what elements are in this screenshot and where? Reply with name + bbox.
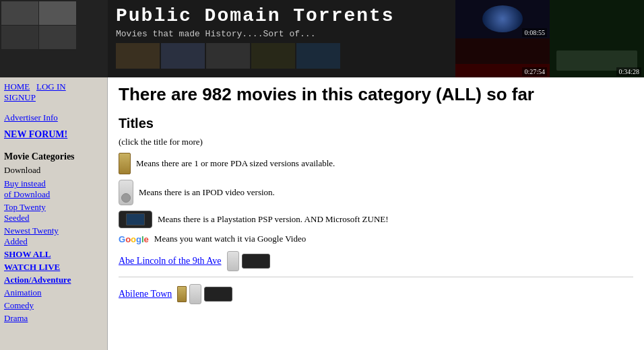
psp-icon <box>119 211 152 228</box>
nav-signup-link[interactable]: SIGNUP <box>4 92 36 102</box>
header-left-thumbs <box>0 0 108 77</box>
banner-thumb3 <box>206 43 250 69</box>
header-right-vids: 0:08:55 0:27:54 <box>455 0 550 77</box>
sidebar: HOME LOG IN SIGNUP Advertiser Info NEW F… <box>0 77 108 350</box>
vid-right3: 0:34:28 <box>550 0 644 77</box>
banner-main: Public Domain Torrents Movies that made … <box>108 0 455 77</box>
banner-thumb5 <box>296 43 340 69</box>
movie-abilene-pda-icon <box>177 286 187 302</box>
movie-abilene-link[interactable]: Abilene Town <box>119 289 172 300</box>
thumb1 <box>1 1 38 25</box>
header-banner: Public Domain Torrents Movies that made … <box>0 0 644 77</box>
nav-login-link[interactable]: LOG IN <box>36 81 66 92</box>
vid1-timestamp: 0:08:55 <box>522 28 547 37</box>
movie-categories-title: Movie Categories <box>4 151 103 162</box>
show-all-link[interactable]: SHOW ALL <box>4 249 103 260</box>
titles-section: Titles (click the title for more) Means … <box>119 116 633 304</box>
legend-ipod-text: Means there is an IPOD video version. <box>139 187 275 198</box>
psp-screen <box>126 213 145 225</box>
pda-icon <box>119 153 131 174</box>
movie-row-abilene: Abilene Town <box>119 284 633 304</box>
drama-link[interactable]: Drama <box>4 313 103 324</box>
thumb3 <box>1 26 38 49</box>
vid2-timestamp: 0:27:54 <box>522 67 547 76</box>
movie-abe-ipod-icon <box>227 251 239 271</box>
thumb2 <box>39 1 76 25</box>
banner-subtitle: Movies that made History....Sort of... <box>116 29 447 39</box>
banner-title: Public Domain Torrents <box>116 5 447 26</box>
legend-google-text: Means you want watch it via Google Video <box>154 234 306 244</box>
top-twenty-seeded-link[interactable]: Top Twenty Seeded <box>4 202 103 223</box>
buy-instead-link[interactable]: Buy instead of Download <box>4 178 103 200</box>
movie-abe-psp-icon <box>242 254 270 269</box>
legend-pda: Means there are 1 or more PDA sized vers… <box>119 153 633 174</box>
nav-top: HOME LOG IN SIGNUP <box>4 81 103 103</box>
vid-right1: 0:08:55 <box>455 0 550 38</box>
legend-pda-text: Means there are 1 or more PDA sized vers… <box>136 158 335 169</box>
legend-google: Google Means you want watch it via Googl… <box>119 234 633 244</box>
ipod-icon <box>119 180 133 205</box>
legend-psp-text: Means there is a Playstation PSP version… <box>158 214 389 225</box>
vid3-timestamp: 0:34:28 <box>616 67 641 76</box>
movie-abe-link[interactable]: Abe Lincoln of the 9th Ave <box>119 256 222 267</box>
titles-heading: Titles <box>119 116 633 131</box>
action-adventure-link[interactable]: Action/Adventure <box>4 275 103 285</box>
animation-link[interactable]: Animation <box>4 287 103 298</box>
banner-thumb1 <box>116 43 160 69</box>
new-forum-link[interactable]: NEW FORUM! <box>4 129 103 140</box>
download-label: Download <box>4 165 103 176</box>
movie-row-abe: Abe Lincoln of the 9th Ave <box>119 251 633 271</box>
legend-psp: Means there is a Playstation PSP version… <box>119 211 633 228</box>
google-icon: Google <box>119 234 149 244</box>
banner-thumbs <box>116 43 447 69</box>
banner-thumb2 <box>161 43 205 69</box>
comedy-link[interactable]: Comedy <box>4 300 103 311</box>
content-area: There are 982 movies in this category (A… <box>108 77 644 350</box>
thumb4 <box>39 26 76 49</box>
watch-live-link[interactable]: WATCH LIVE <box>4 262 103 273</box>
advertiser-info-link[interactable]: Advertiser Info <box>4 112 103 123</box>
page-heading: There are 982 movies in this category (A… <box>119 84 633 105</box>
vid-right2: 0:27:54 <box>455 38 550 77</box>
movie-abilene-psp-icon <box>204 287 232 302</box>
legend-ipod: Means there is an IPOD video version. <box>119 180 633 205</box>
newest-twenty-link[interactable]: Newest Twenty Added <box>4 225 103 247</box>
main-layout: HOME LOG IN SIGNUP Advertiser Info NEW F… <box>0 77 644 350</box>
ipod-wheel <box>121 193 131 203</box>
divider1 <box>119 277 633 277</box>
banner-thumb4 <box>251 43 295 69</box>
nav-home-link[interactable]: HOME <box>4 81 30 92</box>
click-note: (click the title for more) <box>119 137 633 147</box>
movie-abilene-ipod-icon <box>189 284 201 304</box>
